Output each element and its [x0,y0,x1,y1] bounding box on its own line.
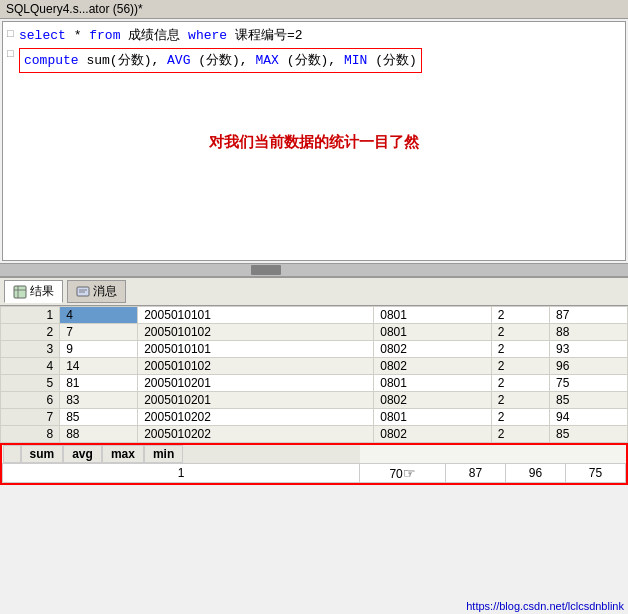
cell-c3: 0802 [374,426,492,443]
cell-c1: 7 [60,324,138,341]
main-container: SQLQuery4.s...ator (56))* □ select * fro… [0,0,628,614]
sql-compute-text-4: (分数) [375,53,417,68]
cell-c4: 2 [491,392,549,409]
compute-section: sumavgmaxmin 170☞879675 [0,443,628,485]
compute-col-header-max: max [102,445,144,463]
keyword-select: select [19,28,66,43]
cell-c2: 2005010202 [138,409,374,426]
cell-c5: 94 [549,409,627,426]
sql-text-1: * [74,28,90,43]
cell-c2: 2005010201 [138,375,374,392]
cell-c5: 93 [549,341,627,358]
cell-c3: 0802 [374,341,492,358]
table-row: 1420050101010801287 [1,307,628,324]
keyword-where: where [188,28,227,43]
cursor-icon: ☞ [403,465,416,481]
cell-c4: 2 [491,341,549,358]
cell-c3: 0801 [374,307,492,324]
line-marker-2: □ [7,46,15,63]
message-icon [76,285,90,299]
title-bar: SQLQuery4.s...ator (56))* [0,0,628,19]
table-row: 3920050101010802293 [1,341,628,358]
cell-c1: 14 [60,358,138,375]
compute-col-header-min: min [144,445,183,463]
row-number: 3 [1,341,60,358]
table-row: 88820050102020802285 [1,426,628,443]
sql-text-3: 课程编号=2 [235,28,303,43]
sql-line-1: □ select * from 成绩信息 where 课程编号=2 [7,26,621,46]
cell-c2: 2005010101 [138,341,374,358]
cell-c4: 2 [491,307,549,324]
compute-value-2: 96 [505,464,565,483]
compute-value-1: 87 [445,464,505,483]
sql-compute-text-2: (分数), [198,53,247,68]
results-tabs: 结果 消息 [0,278,628,306]
cell-c3: 0801 [374,375,492,392]
tab-results-label: 结果 [30,283,54,300]
cell-c3: 0802 [374,392,492,409]
cell-c5: 96 [549,358,627,375]
cell-c1: 81 [60,375,138,392]
cell-c3: 0801 [374,409,492,426]
sql-line-2: □ compute sum(分数), AVG (分数), MAX (分数), M… [7,46,621,74]
sql-compute-text-3: (分数), [287,53,336,68]
tab-messages-label: 消息 [93,283,117,300]
table-row: 58120050102010801275 [1,375,628,392]
cell-c1: 88 [60,426,138,443]
svg-rect-3 [77,287,89,296]
table-row: 78520050102020801294 [1,409,628,426]
cell-c2: 2005010101 [138,307,374,324]
data-table: 1420050101010801287272005010102080128839… [0,306,628,443]
cell-c2: 2005010201 [138,392,374,409]
cell-c1: 83 [60,392,138,409]
compute-value-3: 75 [565,464,625,483]
cell-c5: 85 [549,392,627,409]
cell-c2: 2005010202 [138,426,374,443]
tab-results[interactable]: 结果 [4,280,63,303]
cell-c4: 2 [491,409,549,426]
cell-c3: 0801 [374,324,492,341]
cell-c5: 75 [549,375,627,392]
cell-c1: 85 [60,409,138,426]
row-number: 2 [1,324,60,341]
horizontal-scrollbar[interactable] [0,263,628,277]
cell-c3: 0802 [374,358,492,375]
compute-value-0: 70☞ [360,464,446,483]
row-number: 6 [1,392,60,409]
tab-messages[interactable]: 消息 [67,280,126,303]
row-number: 5 [1,375,60,392]
keyword-max: MAX [255,53,278,68]
cell-c5: 88 [549,324,627,341]
line-marker-1: □ [7,26,15,43]
svg-rect-0 [14,286,26,298]
cell-c5: 87 [549,307,627,324]
annotation-text: 对我们当前数据的统计一目了然 [7,133,621,152]
row-number: 1 [1,307,60,324]
keyword-min: MIN [344,53,367,68]
table-row: 68320050102010802285 [1,392,628,409]
cell-c2: 2005010102 [138,358,374,375]
keyword-compute: compute [24,53,79,68]
keyword-from: from [89,28,120,43]
cell-c4: 2 [491,426,549,443]
compute-box: compute sum(分数), AVG (分数), MAX (分数), MIN… [19,48,422,74]
compute-header-empty [3,445,21,463]
table-row: 2720050101020801288 [1,324,628,341]
scroll-thumb[interactable] [251,265,281,275]
results-panel: 结果 消息 1420050101010801287272005010102080… [0,277,628,485]
cell-c1: 9 [60,341,138,358]
cell-c4: 2 [491,324,549,341]
table-icon [13,285,27,299]
data-table-wrapper: 1420050101010801287272005010102080128839… [0,306,628,443]
watermark: https://blog.csdn.net/lclcsdnblink [466,600,624,612]
table-row: 41420050101020802296 [1,358,628,375]
compute-col-header-sum: sum [21,445,64,463]
sql-text-2: 成绩信息 [128,28,188,43]
compute-row-num: 1 [3,464,360,483]
cell-c5: 85 [549,426,627,443]
editor-area[interactable]: □ select * from 成绩信息 where 课程编号=2 □ comp… [2,21,626,261]
row-number: 4 [1,358,60,375]
sql-compute-text-1: sum(分数), [86,53,159,68]
keyword-avg: AVG [167,53,190,68]
compute-table: sumavgmaxmin 170☞879675 [2,445,626,483]
